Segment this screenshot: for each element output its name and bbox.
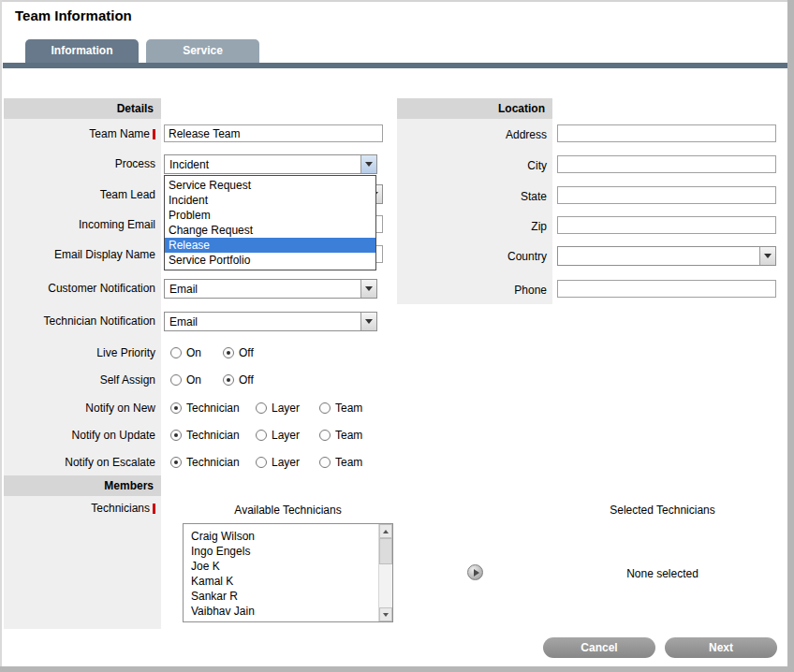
self-assign-label: Self Assign — [4, 372, 155, 388]
notify-escalate-technician-label: Technician — [186, 454, 240, 471]
chevron-down-icon — [360, 313, 376, 330]
notify-update-technician-label: Technician — [186, 427, 240, 444]
tab-information[interactable]: Information — [25, 39, 139, 63]
process-option[interactable]: Service Portfolio — [165, 253, 375, 268]
notify-on-update-label: Notify on Update — [4, 427, 155, 444]
notify-new-team-radio[interactable] — [319, 402, 331, 414]
required-marker — [153, 129, 155, 139]
city-label: City — [397, 157, 547, 174]
listbox-scrollbar[interactable] — [378, 524, 392, 621]
technician-notification-label: Technician Notification — [4, 313, 155, 329]
chevron-down-icon — [360, 155, 376, 173]
selected-technicians-empty: None selected — [562, 567, 763, 580]
members-section-header: Members — [4, 475, 161, 496]
team-information-page: Team Information Information Service Det… — [0, 0, 794, 672]
process-option-highlighted[interactable]: Release — [165, 238, 375, 253]
scroll-up-icon[interactable] — [379, 524, 392, 538]
notify-update-team-label: Team — [335, 427, 362, 444]
technician-list-item[interactable]: Vaibhav Jain — [191, 604, 378, 619]
page-title: Team Information — [15, 7, 132, 23]
live-priority-on-radio[interactable] — [170, 347, 182, 358]
available-technicians-items: Craig Wilson Ingo Engels Joe K Kamal K S… — [184, 524, 378, 621]
location-section-header: Location — [397, 98, 552, 119]
technician-notification-select[interactable]: Email — [164, 312, 377, 331]
address-label: Address — [397, 126, 547, 143]
frame-right — [787, 0, 794, 672]
team-lead-label: Team Lead — [4, 186, 155, 203]
notify-update-layer-label: Layer — [272, 427, 300, 444]
scrollbar-thumb[interactable] — [379, 538, 392, 564]
next-button[interactable]: Next — [665, 637, 777, 658]
country-select[interactable] — [557, 246, 776, 266]
selected-technicians-title: Selected Technicians — [562, 504, 763, 517]
live-priority-off-label: Off — [239, 344, 254, 361]
notify-update-technician-radio[interactable] — [170, 430, 182, 441]
self-assign-on-label: On — [186, 372, 201, 388]
process-option[interactable]: Service Request — [165, 178, 375, 193]
phone-label: Phone — [397, 282, 547, 299]
process-label: Process — [4, 155, 155, 172]
state-label: State — [397, 188, 547, 205]
frame-left — [0, 0, 2, 672]
tab-underline — [3, 63, 787, 68]
notify-new-layer-radio[interactable] — [256, 402, 267, 414]
live-priority-on-label: On — [186, 344, 201, 361]
notify-escalate-team-label: Team — [335, 454, 362, 471]
state-input[interactable] — [557, 186, 776, 204]
notify-escalate-layer-label: Layer — [272, 454, 300, 471]
notify-new-layer-label: Layer — [272, 400, 300, 416]
notify-escalate-technician-radio[interactable] — [170, 457, 182, 468]
self-assign-off-label: Off — [239, 372, 254, 388]
technician-list-item[interactable]: Kamal K — [191, 574, 378, 589]
available-technicians-listbox[interactable]: Craig Wilson Ingo Engels Joe K Kamal K S… — [183, 523, 393, 622]
available-technicians-title: Available Technicians — [183, 504, 393, 517]
frame-top — [0, 0, 794, 2]
process-option[interactable]: Incident — [165, 193, 375, 208]
team-name-label: Team Name — [4, 125, 155, 142]
technician-list-item[interactable]: Joe K — [191, 559, 378, 574]
process-option[interactable]: Change Request — [165, 223, 375, 238]
notify-on-escalate-label: Notify on Escalate — [4, 454, 155, 471]
cancel-button[interactable]: Cancel — [543, 637, 655, 658]
notify-new-technician-radio[interactable] — [170, 402, 182, 414]
technicians-label: Technicians — [4, 500, 155, 517]
notify-update-team-radio[interactable] — [319, 430, 331, 441]
technician-list-item[interactable]: Sankar R — [191, 589, 378, 604]
notify-escalate-layer-radio[interactable] — [256, 457, 267, 468]
notify-update-layer-radio[interactable] — [256, 430, 267, 441]
incoming-email-label: Incoming Email — [4, 216, 155, 233]
customer-notification-label: Customer Notification — [4, 280, 155, 297]
chevron-down-icon — [759, 247, 775, 265]
city-input[interactable] — [557, 155, 776, 173]
email-display-name-label: Email Display Name — [4, 246, 155, 263]
notify-escalate-team-radio[interactable] — [319, 457, 331, 468]
chevron-down-icon — [360, 280, 376, 298]
scroll-down-icon[interactable] — [379, 607, 392, 621]
frame-bottom — [0, 666, 794, 672]
live-priority-off-radio[interactable] — [223, 347, 234, 358]
phone-input[interactable] — [557, 280, 776, 298]
zip-input[interactable] — [557, 216, 776, 234]
customer-notification-select[interactable]: Email — [164, 279, 377, 299]
process-select[interactable]: Incident — [164, 154, 377, 174]
technician-list-item[interactable]: Ingo Engels — [191, 544, 378, 559]
live-priority-label: Live Priority — [4, 344, 155, 361]
address-input[interactable] — [557, 124, 776, 142]
notify-on-new-label: Notify on New — [4, 400, 155, 416]
technician-list-item[interactable]: Craig Wilson — [191, 529, 378, 544]
notify-new-technician-label: Technician — [186, 400, 240, 416]
zip-label: Zip — [397, 218, 547, 235]
notify-new-team-label: Team — [335, 400, 362, 416]
tab-service[interactable]: Service — [146, 39, 259, 63]
team-name-input[interactable] — [164, 124, 383, 142]
country-label: Country — [397, 248, 547, 265]
details-label-column — [4, 98, 161, 629]
details-section-header: Details — [4, 98, 161, 119]
self-assign-on-radio[interactable] — [170, 374, 182, 386]
move-right-icon[interactable] — [467, 564, 483, 580]
process-option[interactable]: Problem — [165, 208, 375, 223]
required-marker — [153, 504, 155, 514]
process-dropdown-menu: Service Request Incident Problem Change … — [164, 175, 376, 270]
self-assign-off-radio[interactable] — [223, 374, 234, 386]
